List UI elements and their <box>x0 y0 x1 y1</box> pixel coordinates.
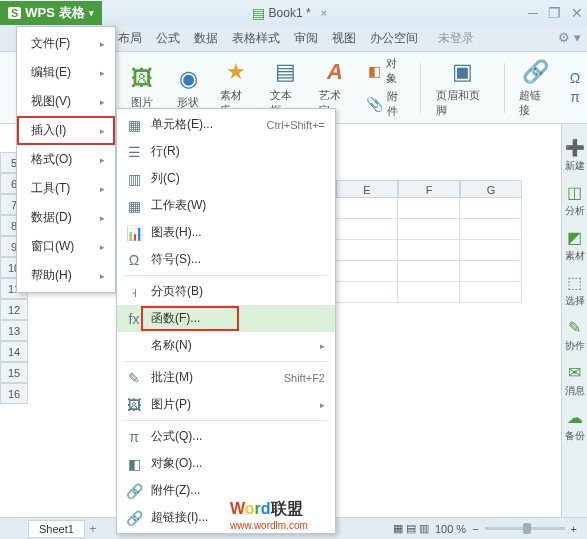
menu-review[interactable]: 审阅 <box>294 30 318 47</box>
insert-menu-item[interactable]: ◧对象(O)... <box>117 450 335 477</box>
menu-item-label: 名称(N) <box>151 337 192 354</box>
submenu-arrow-icon: ▸ <box>100 68 105 78</box>
menu-item-label: 工作表(W) <box>151 197 206 214</box>
submenu-arrow-icon: ▸ <box>100 97 105 107</box>
file-menu-item[interactable]: 编辑(E)▸ <box>17 58 115 87</box>
menu-tablestyle[interactable]: 表格样式 <box>232 30 280 47</box>
menu-formula[interactable]: 公式 <box>156 30 180 47</box>
ribbon-attachment-button[interactable]: 📎附件 <box>367 89 407 119</box>
close-button[interactable]: ✕ <box>571 5 583 21</box>
star-icon: ★ <box>222 58 250 86</box>
insert-menu-item[interactable]: ✎批注(M)Shift+F2 <box>117 364 335 391</box>
menu-item-label: 公式(Q)... <box>151 428 202 445</box>
menu-layout[interactable]: 布局 <box>118 30 142 47</box>
file-menu-item[interactable]: 格式(O)▸ <box>17 145 115 174</box>
ribbon-object-button[interactable]: ◧对象 <box>367 56 407 86</box>
file-menu-item[interactable]: 工具(T)▸ <box>17 174 115 203</box>
insert-menu-item[interactable]: 名称(N)▸ <box>117 332 335 359</box>
row-header[interactable]: 12 <box>0 299 28 320</box>
ribbon-headerfooter-button[interactable]: ▣页眉和页脚 <box>430 56 495 120</box>
menu-separator <box>125 275 327 276</box>
zoom-out-button[interactable]: − <box>472 523 478 535</box>
insert-menu-item[interactable]: ⫞分页符(B) <box>117 278 335 305</box>
menu-item-label: 附件(Z)... <box>151 482 200 499</box>
window-controls: ─ ❐ ✕ <box>528 5 583 21</box>
settings-icon[interactable]: ⚙ ▾ <box>558 30 581 45</box>
insert-menu-item[interactable]: ☰行(R) <box>117 138 335 165</box>
zoom-slider[interactable] <box>485 527 565 530</box>
insert-menu-item[interactable]: 🔗附件(Z)... <box>117 477 335 504</box>
file-menu-item[interactable]: 插入(I)▸ <box>17 116 115 145</box>
insert-menu-item[interactable]: fx函数(F)... <box>117 305 335 332</box>
menu-office[interactable]: 办公空间 <box>370 30 418 47</box>
row-header[interactable]: 13 <box>0 320 28 341</box>
sidebar-item-icon: ☁ <box>567 408 583 427</box>
submenu-arrow-icon: ▸ <box>100 155 105 165</box>
menu-view[interactable]: 视图 <box>332 30 356 47</box>
menu-item-label: 对象(O)... <box>151 455 202 472</box>
menu-item-icon: Ω <box>125 252 143 268</box>
menu-item-label: 数据(D) <box>31 209 72 226</box>
menu-item-label: 批注(M) <box>151 369 193 386</box>
close-tab-icon[interactable]: × <box>321 7 327 19</box>
menu-item-label: 视图(V) <box>31 93 71 110</box>
attachment-icon: 📎 <box>367 96 383 112</box>
insert-menu-item[interactable]: π公式(Q)... <box>117 423 335 450</box>
headerfooter-icon: ▣ <box>448 58 476 86</box>
column-header[interactable]: F <box>398 180 460 198</box>
column-header[interactable]: E <box>336 180 398 198</box>
menu-item-icon: ▦ <box>125 198 143 214</box>
sidebar-item[interactable]: ☁备份 <box>565 408 585 443</box>
sheet-tab[interactable]: Sheet1 <box>28 520 85 538</box>
sidebar-item[interactable]: ➕新建 <box>565 138 585 173</box>
add-sheet-button[interactable]: + <box>89 521 97 536</box>
insert-menu-item[interactable]: 📊图表(H)... <box>117 219 335 246</box>
sidebar-item[interactable]: ✎协作 <box>565 318 585 353</box>
zoom-in-button[interactable]: + <box>571 523 577 535</box>
insert-menu-item[interactable]: ▦单元格(E)...Ctrl+Shift+= <box>117 111 335 138</box>
sidebar-item[interactable]: ✉消息 <box>565 363 585 398</box>
sidebar-item[interactable]: ◫分析 <box>565 183 585 218</box>
ribbon-shapes-button[interactable]: ◉形状 <box>168 63 208 112</box>
cells-grid[interactable] <box>336 198 522 303</box>
ribbon-pi-button[interactable]: π <box>567 89 583 105</box>
insert-menu-item[interactable]: ▥列(C) <box>117 165 335 192</box>
row-header[interactable]: 14 <box>0 341 28 362</box>
file-menu-item[interactable]: 视图(V)▸ <box>17 87 115 116</box>
sidebar-item[interactable]: ◩素材 <box>565 228 585 263</box>
menu-separator <box>125 420 327 421</box>
file-menu-item[interactable]: 文件(F)▸ <box>17 29 115 58</box>
sidebar-item[interactable]: ⬚选择 <box>565 273 585 308</box>
app-menu-button[interactable]: S WPS 表格 ▾ <box>0 1 102 25</box>
minimize-button[interactable]: ─ <box>528 5 538 21</box>
menu-item-label: 格式(O) <box>31 151 72 168</box>
insert-menu-item[interactable]: Ω符号(S)... <box>117 246 335 273</box>
login-status[interactable]: 未登录 <box>438 30 474 47</box>
insert-menu-item[interactable]: ▦工作表(W) <box>117 192 335 219</box>
ribbon-hyperlink-button[interactable]: 🔗超链接 <box>513 56 557 120</box>
menu-item-icon: fx <box>125 311 143 327</box>
view-mode-icons[interactable]: ▦ ▤ ▥ <box>393 522 429 535</box>
sidebar-item-icon: ⬚ <box>567 273 582 292</box>
submenu-arrow-icon: ▸ <box>320 400 325 410</box>
column-header[interactable]: G <box>460 180 522 198</box>
file-menu-item[interactable]: 数据(D)▸ <box>17 203 115 232</box>
app-badge-letter: S <box>8 7 21 19</box>
ribbon-omega-button[interactable]: Ω <box>567 70 583 86</box>
submenu-arrow-icon: ▸ <box>100 242 105 252</box>
file-menu-item[interactable]: 窗口(W)▸ <box>17 232 115 261</box>
row-header[interactable]: 16 <box>0 383 28 404</box>
document-tab[interactable]: ▤ Book1 * × <box>252 5 327 21</box>
sidebar-item-label: 素材 <box>565 249 585 263</box>
menu-data[interactable]: 数据 <box>194 30 218 47</box>
row-header[interactable]: 15 <box>0 362 28 383</box>
menu-item-icon: ☰ <box>125 144 143 160</box>
insert-menu-item[interactable]: 🖼图片(P)▸ <box>117 391 335 418</box>
file-menu-item[interactable]: 帮助(H)▸ <box>17 261 115 290</box>
restore-button[interactable]: ❐ <box>548 5 561 21</box>
insert-submenu: ▦单元格(E)...Ctrl+Shift+=☰行(R)▥列(C)▦工作表(W)📊… <box>116 108 336 534</box>
insert-menu-item[interactable]: 🔗超链接(I)... <box>117 504 335 531</box>
menu-item-icon: π <box>125 429 143 445</box>
ribbon-image-button[interactable]: 🖼图片 <box>122 63 162 112</box>
sidebar-item-icon: ➕ <box>565 138 585 157</box>
